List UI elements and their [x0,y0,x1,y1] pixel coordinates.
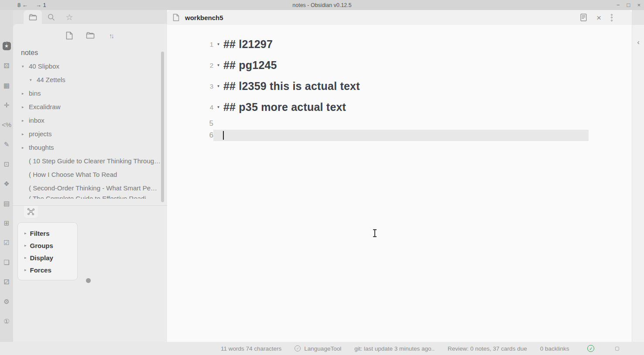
maximize-button[interactable]: □ [627,2,630,8]
graph-section-label: Forces [30,266,51,274]
pan-move-icon[interactable]: ✛ [0,95,13,115]
collapse-arrow-icon: ▸ [22,118,29,123]
tab-search[interactable] [42,10,60,24]
right-strip-header [632,10,644,25]
ok-check-icon[interactable]: ✓ [587,345,594,352]
tree-item[interactable]: ( 10 Step Guide to Clearer Thinking Thro… [13,154,167,168]
window-controls: − □ × [617,0,641,10]
fold-arrow-icon[interactable]: ▾ [213,42,223,46]
fold-arrow-icon[interactable]: ▾ [213,84,223,88]
templater-icon[interactable]: <% [0,115,13,134]
tree-item-label: ( How I Choose What To Read [29,171,117,178]
fold-arrow-icon[interactable]: ▾ [213,63,223,67]
word-count: 11 words 74 characters [221,345,281,352]
pencil-capsule-icon[interactable]: ✎ [0,134,13,154]
folder-icon [29,14,37,21]
line-number: 1 [167,41,213,48]
tab-starred[interactable]: ☆ [60,10,79,24]
tab-graph-view[interactable] [24,206,38,218]
backlinks-count[interactable]: 0 backlinks [540,345,569,352]
fold-arrow-icon[interactable]: ▾ [213,105,223,109]
languagetool-status[interactable]: ✓ LanguageTool [295,345,341,352]
sync-status-icon[interactable] [615,347,619,351]
table-settings-icon[interactable]: ⚙ [0,292,13,311]
line-text: ## l21297 [223,38,273,51]
graph-section[interactable]: ▸ Display [24,252,77,264]
graph-icon [27,208,35,216]
line-text: ## l2359 this is actual text [223,80,360,93]
tree-item[interactable]: ( The Complete Guide to Effective Readi… [13,195,167,199]
window-title: notes - Obsidian v0.12.5 [0,2,644,8]
vault-name[interactable]: notes [21,49,167,57]
graph-section-label: Display [30,254,53,262]
tree-item[interactable]: ▸ Excalidraw [13,100,167,114]
collapse-arrow-icon: ▸ [22,145,29,150]
calendar-check-icon[interactable]: ☑ [0,233,13,252]
editor-header: workbench5 × [167,10,632,25]
sidebar-tab-strip: ☆ [13,10,167,24]
tree-item-label: bins [29,90,41,97]
editor-body[interactable]: 1 ▾ ## l21297 2 ▾ ## pg1245 3 [167,25,632,342]
tree-item[interactable]: ▸ bins [13,86,167,100]
chevron-right-icon: ▸ [24,243,27,248]
review-status[interactable]: Review: 0 notes, 37 cards due [448,345,527,352]
new-folder-icon[interactable] [86,31,95,40]
document-icon [173,14,179,21]
collapse-arrow-icon: ▾ [22,64,29,69]
collapse-arrow-icon: ▸ [22,91,29,96]
editor-line: 5 [167,117,632,129]
graph-node[interactable] [86,278,91,283]
expand-right-sidebar-icon[interactable]: ‹ [632,37,644,48]
editor-line: 6 [167,129,632,141]
tree-item[interactable]: ( Second-Order Thinking - What Smart Pe… [13,181,167,195]
tree-item[interactable]: ( How I Choose What To Read [13,168,167,181]
line-number: 4 [167,103,213,111]
chevron-right-icon: ▸ [24,231,27,235]
sort-order-icon[interactable]: ↑↓ [106,31,116,40]
git-status[interactable]: git: last update 3 minutes ago.. [354,345,435,352]
tree-item[interactable]: ▸ thoughts [13,141,167,154]
tree-item[interactable]: ▾ 40 Slipbox [13,59,167,73]
tree-item[interactable]: ▾ 44 Zettels [13,73,167,86]
close-pane-icon[interactable]: × [596,14,601,22]
collapse-left-sidebar-icon[interactable]: ‹ [0,37,13,48]
chevron-right-icon: ▸ [24,268,27,272]
tab-file-explorer[interactable] [24,10,42,24]
mouse-cursor-ibeam [374,229,375,237]
line-number: 6 [167,131,213,140]
graph-section[interactable]: ▸ Forces [24,264,77,276]
copy-pages-icon[interactable]: ❏ [0,252,13,272]
tree-item[interactable]: ▸ inbox [13,114,167,127]
tree-item-label: ( 10 Step Guide to Clearer Thinking Thro… [29,157,161,165]
editor-line: 3 ▾ ## l2359 this is actual text [167,76,632,97]
reading-view-icon[interactable] [580,14,587,21]
tree-item-label: 44 Zettels [37,76,65,83]
chevron-right-icon: ▸ [24,255,27,260]
daily-note-icon[interactable]: ① [0,311,13,331]
file-pane-actions: ↑↓ [13,24,167,40]
collapse-arrow-icon: ▾ [30,78,37,82]
note-title: workbench5 [185,14,223,21]
tree-item[interactable]: ▸ projects [13,127,167,141]
right-sidebar-collapsed: ‹ [632,10,644,342]
flashcard-icon[interactable]: ⊡ [0,154,13,174]
minimize-button[interactable]: − [617,2,620,8]
more-options-icon[interactable] [611,14,613,21]
graph-section[interactable]: ▸ Filters [24,227,77,239]
close-window-button[interactable]: × [637,2,641,8]
tree-item-label: ( The Complete Guide to Effective Readi… [29,195,153,199]
dice-icon[interactable]: ⚂ [0,272,13,292]
line-text: ## p35 more actual text [223,101,346,114]
graph-icon[interactable]: ❖ [0,174,13,193]
random-note-dice-icon[interactable]: ⚄ [0,56,13,76]
new-note-icon[interactable] [65,31,74,40]
titlebar: 8 ← → 1 notes - Obsidian v0.12.5 − □ × [0,0,644,10]
card-deck-icon[interactable]: ▤ [0,193,13,213]
file-tree-scrollbar[interactable] [161,52,164,202]
graph-section-label: Groups [30,242,53,249]
blocks-puzzle-icon[interactable]: ⊞ [0,213,13,233]
graph-section[interactable]: ▸ Groups [24,239,77,252]
collapse-arrow-icon: ▸ [22,105,29,109]
collapse-arrow-icon: ▸ [22,132,29,136]
table-icon[interactable]: ▦ [0,76,13,95]
